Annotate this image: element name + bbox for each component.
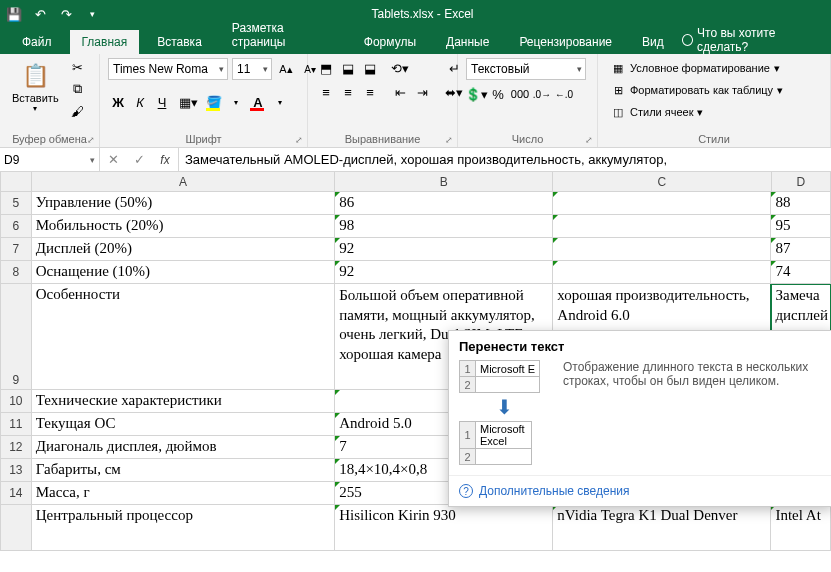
copy-icon[interactable]: ⧉: [69, 80, 87, 98]
row-header[interactable]: 6: [0, 215, 32, 238]
font-color-dropdown[interactable]: ▾: [270, 92, 290, 112]
cell[interactable]: 88: [771, 192, 831, 215]
number-format-combo[interactable]: Текстовый: [466, 58, 586, 80]
decrease-indent-icon[interactable]: ⇤: [390, 82, 410, 102]
tab-insert[interactable]: Вставка: [145, 30, 214, 54]
row-header[interactable]: 12: [0, 436, 32, 459]
tab-home[interactable]: Главная: [70, 30, 140, 54]
number-launcher-icon[interactable]: ⤢: [585, 135, 593, 145]
cell[interactable]: Intel At: [771, 505, 831, 551]
cell[interactable]: 92: [335, 238, 553, 261]
format-as-table-button[interactable]: ⊞Форматировать как таблицу ▾: [606, 80, 787, 100]
font-color-icon[interactable]: A: [248, 92, 268, 112]
increase-decimal-icon[interactable]: .0→: [532, 84, 552, 104]
cell[interactable]: Центральный процессор: [32, 505, 335, 551]
tab-data[interactable]: Данные: [434, 30, 501, 54]
alignment-launcher-icon[interactable]: ⤢: [445, 135, 453, 145]
cell[interactable]: 87: [771, 238, 831, 261]
conditional-formatting-button[interactable]: ▦Условное форматирование ▾: [606, 58, 784, 78]
save-icon[interactable]: 💾: [6, 6, 22, 22]
undo-icon[interactable]: ↶: [32, 6, 48, 22]
cell[interactable]: [553, 215, 771, 238]
tab-file[interactable]: Файл: [10, 30, 64, 54]
tab-formulas[interactable]: Формулы: [352, 30, 428, 54]
cell[interactable]: 98: [335, 215, 553, 238]
cell[interactable]: [553, 261, 771, 284]
format-painter-icon[interactable]: 🖌: [69, 102, 87, 120]
col-header-b[interactable]: B: [335, 172, 553, 192]
tell-me[interactable]: Что вы хотите сделать?: [682, 26, 821, 54]
fill-color-icon[interactable]: 🪣: [204, 92, 224, 112]
ribbon-tabs: Файл Главная Вставка Разметка страницы Ф…: [0, 28, 831, 54]
fill-color-dropdown[interactable]: ▾: [226, 92, 246, 112]
cell[interactable]: Масса, г: [32, 482, 335, 505]
cancel-formula-icon[interactable]: ✕: [100, 148, 126, 171]
font-name-combo[interactable]: Times New Roma: [108, 58, 228, 80]
cell[interactable]: Особенности: [32, 284, 335, 390]
row-header[interactable]: [0, 505, 32, 551]
orientation-icon[interactable]: ⟲▾: [390, 58, 410, 78]
cell[interactable]: Оснащение (10%): [32, 261, 335, 284]
cell[interactable]: 95: [771, 215, 831, 238]
row-header[interactable]: 10: [0, 390, 32, 413]
italic-button[interactable]: К: [130, 92, 150, 112]
cell[interactable]: Мобильность (20%): [32, 215, 335, 238]
align-center-icon[interactable]: ≡: [338, 82, 358, 102]
tooltip-more-info-link[interactable]: ?Дополнительные сведения: [459, 484, 822, 498]
col-header-a[interactable]: A: [32, 172, 335, 192]
qat-dropdown-icon[interactable]: ▾: [84, 6, 100, 22]
cell[interactable]: Технические характеристики: [32, 390, 335, 413]
bold-button[interactable]: Ж: [108, 92, 128, 112]
increase-font-icon[interactable]: A▴: [276, 59, 296, 79]
row-header[interactable]: 11: [0, 413, 32, 436]
cell[interactable]: Дисплей (20%): [32, 238, 335, 261]
row-header[interactable]: 7: [0, 238, 32, 261]
formula-bar[interactable]: Замечательный AMOLED-дисплей, хорошая пр…: [179, 148, 831, 171]
comma-icon[interactable]: 000: [510, 84, 530, 104]
row-header[interactable]: 8: [0, 261, 32, 284]
row-header[interactable]: 5: [0, 192, 32, 215]
align-middle-icon[interactable]: ⬓: [338, 58, 358, 78]
row-header[interactable]: 13: [0, 459, 32, 482]
cell[interactable]: [553, 238, 771, 261]
enter-formula-icon[interactable]: ✓: [126, 148, 152, 171]
cell[interactable]: Текущая ОС: [32, 413, 335, 436]
select-all-corner[interactable]: [0, 172, 32, 192]
font-launcher-icon[interactable]: ⤢: [295, 135, 303, 145]
underline-button[interactable]: Ч: [152, 92, 172, 112]
col-header-d[interactable]: D: [772, 172, 832, 192]
cell[interactable]: 86: [335, 192, 553, 215]
cell[interactable]: 92: [335, 261, 553, 284]
paste-icon: 📋: [19, 60, 51, 92]
col-header-c[interactable]: C: [553, 172, 771, 192]
clipboard-launcher-icon[interactable]: ⤢: [87, 135, 95, 145]
fx-icon[interactable]: fx: [152, 148, 178, 171]
cell[interactable]: Диагональ дисплея, дюймов: [32, 436, 335, 459]
font-size-combo[interactable]: 11: [232, 58, 272, 80]
name-box[interactable]: D9: [0, 148, 100, 171]
row-header[interactable]: 14: [0, 482, 32, 505]
border-icon[interactable]: ▦▾: [178, 92, 198, 112]
cell[interactable]: Hisilicon Kirin 930: [335, 505, 553, 551]
align-left-icon[interactable]: ≡: [316, 82, 336, 102]
cell[interactable]: Габариты, см: [32, 459, 335, 482]
redo-icon[interactable]: ↷: [58, 6, 74, 22]
tab-view[interactable]: Вид: [630, 30, 676, 54]
tab-review[interactable]: Рецензирование: [507, 30, 624, 54]
percent-icon[interactable]: %: [488, 84, 508, 104]
align-right-icon[interactable]: ≡: [360, 82, 380, 102]
cell[interactable]: 74: [771, 261, 831, 284]
cell[interactable]: nVidia Tegra K1 Dual Denver: [553, 505, 771, 551]
tab-page-layout[interactable]: Разметка страницы: [220, 16, 346, 54]
cell[interactable]: [553, 192, 771, 215]
cell-styles-button[interactable]: ◫Стили ячеек ▾: [606, 102, 707, 122]
align-bottom-icon[interactable]: ⬓: [360, 58, 380, 78]
paste-button[interactable]: 📋 Вставить ▾: [8, 58, 63, 115]
row-header[interactable]: 9: [0, 284, 32, 390]
cut-icon[interactable]: ✂: [69, 58, 87, 76]
accounting-icon[interactable]: 💲▾: [466, 84, 486, 104]
increase-indent-icon[interactable]: ⇥: [412, 82, 432, 102]
align-top-icon[interactable]: ⬒: [316, 58, 336, 78]
decrease-decimal-icon[interactable]: ←.0: [554, 84, 574, 104]
cell[interactable]: Управление (50%): [32, 192, 335, 215]
